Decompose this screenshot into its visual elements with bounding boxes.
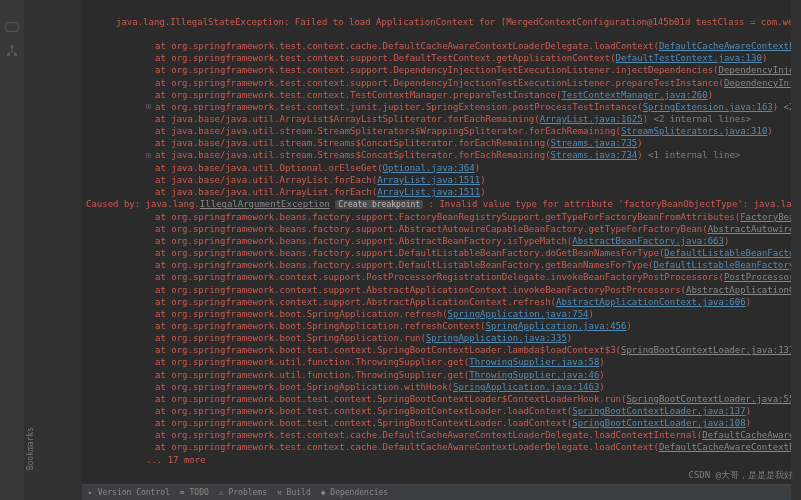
scrollbar-track[interactable] bbox=[791, 0, 801, 500]
stack-frame: at org.springframework.test.context.cach… bbox=[86, 40, 781, 52]
stack-frame: at org.springframework.beans.factory.sup… bbox=[86, 223, 781, 235]
source-link[interactable]: ArrayList.java:1625 bbox=[540, 114, 643, 124]
source-link[interactable]: DefaultListableBeanFactory.java:575 bbox=[664, 248, 791, 258]
stack-frame: at java.base/java.util.ArrayList.forEach… bbox=[86, 186, 781, 198]
source-link[interactable]: AbstractApplicationContext.java:606 bbox=[556, 297, 746, 307]
source-link[interactable]: SpringApplication.java:1463 bbox=[453, 382, 599, 392]
stack-frame: at java.base/java.util.Optional.orElseGe… bbox=[86, 162, 781, 174]
fold-icon[interactable]: ⊞ bbox=[146, 102, 155, 113]
caused-exception-link[interactable]: IllegalArgumentException bbox=[200, 199, 330, 209]
stack-frame: at org.springframework.test.context.cach… bbox=[86, 441, 781, 453]
stack-frame: at org.springframework.util.function.Thr… bbox=[86, 369, 781, 381]
svg-rect-0 bbox=[6, 23, 18, 32]
source-link[interactable]: ArrayList.java:1511 bbox=[377, 175, 480, 185]
svg-point-1 bbox=[10, 45, 14, 49]
structure-icon[interactable] bbox=[5, 44, 19, 58]
source-link[interactable]: ThrowingSupplier.java:46 bbox=[469, 370, 599, 380]
source-link[interactable]: DefaultCacheAwareContextLoaderDelegate.j… bbox=[659, 442, 791, 452]
stack-frame: ⊞at org.springframework.test.context.jun… bbox=[86, 101, 781, 113]
stack-frame: at org.springframework.beans.factory.sup… bbox=[86, 211, 781, 223]
source-link[interactable]: SpringBootContextLoader.java:553 bbox=[626, 394, 791, 404]
source-link[interactable]: Streams.java:734 bbox=[551, 150, 638, 160]
console-output[interactable]: java.lang.IllegalStateException: Failed … bbox=[82, 0, 791, 484]
stack-frame: at org.springframework.boot.test.context… bbox=[86, 393, 781, 405]
stack-frame: at org.springframework.boot.test.context… bbox=[86, 417, 781, 429]
source-link[interactable]: TestContextManager.java:260 bbox=[561, 90, 707, 100]
stack-frame: at org.springframework.test.context.supp… bbox=[86, 52, 781, 64]
source-link[interactable]: DefaultTestContext.java:130 bbox=[616, 53, 762, 63]
stack-frame: at org.springframework.boot.SpringApplic… bbox=[86, 332, 781, 344]
folded-lines[interactable]: <2 internal lines> bbox=[648, 114, 751, 124]
stack-frame: at org.springframework.boot.SpringApplic… bbox=[86, 381, 781, 393]
stack-frame: at org.springframework.beans.factory.sup… bbox=[86, 247, 781, 259]
source-link[interactable]: AbstractBeanFactory.java:663 bbox=[572, 236, 724, 246]
source-link[interactable]: DependencyInjectionTestExecutionListener… bbox=[719, 65, 791, 75]
stack-frame: at org.springframework.test.context.cach… bbox=[86, 429, 781, 441]
source-link[interactable]: SpringApplication.java:335 bbox=[426, 333, 567, 343]
folded-lines[interactable]: <2 internal lines> bbox=[778, 102, 791, 112]
build-tab[interactable]: ⚒ Build bbox=[277, 488, 311, 497]
source-link[interactable]: FactoryBeanRegistrySupport.java:86 bbox=[740, 212, 791, 222]
source-link[interactable]: AbstractAutowireCapableBeanFactory.java:… bbox=[708, 224, 791, 234]
stack-frame: at org.springframework.test.context.supp… bbox=[86, 77, 781, 89]
stack-frame: at java.base/java.util.stream.StreamSpli… bbox=[86, 125, 781, 137]
source-link[interactable]: Streams.java:735 bbox=[551, 138, 638, 148]
source-link[interactable]: StreamSpliterators.java:310 bbox=[621, 126, 767, 136]
dependencies-tab[interactable]: ◆ Dependencies bbox=[321, 488, 388, 497]
caused-by-line: Caused by: java.lang.IllegalArgumentExce… bbox=[86, 198, 781, 211]
stack-frame: at java.base/java.util.ArrayList$ArrayLi… bbox=[86, 113, 781, 125]
source-link[interactable]: SpringApplication.java:456 bbox=[486, 321, 627, 331]
source-link[interactable]: PostProcessorRegistrationDelegate.java:1… bbox=[724, 272, 791, 282]
console-panel: java.lang.IllegalStateException: Failed … bbox=[82, 0, 791, 500]
stack-frame: at org.springframework.test.context.supp… bbox=[86, 64, 781, 76]
more-frames: ... 17 more bbox=[86, 454, 781, 466]
stack-frame: at org.springframework.boot.test.context… bbox=[86, 405, 781, 417]
stack-frame: at org.springframework.beans.factory.sup… bbox=[86, 235, 781, 247]
source-link[interactable]: DefaultListableBeanFactory.java:534 bbox=[654, 260, 792, 270]
source-link[interactable]: ArrayList.java:1511 bbox=[377, 187, 480, 197]
stack-frame: at org.springframework.test.context.Test… bbox=[86, 89, 781, 101]
bookmarks-tab[interactable]: Bookmarks bbox=[26, 427, 35, 470]
status-bar: ▸ Version Control ≡ TODO ⚠ Problems ⚒ Bu… bbox=[82, 484, 791, 500]
stack-frame: at org.springframework.boot.test.context… bbox=[86, 344, 781, 356]
source-link[interactable]: DefaultCacheAwareContextLoaderDelegate.j… bbox=[702, 430, 791, 440]
tool-window-bar-left bbox=[0, 0, 24, 500]
exception-header: java.lang.IllegalStateException: Failed … bbox=[86, 16, 781, 28]
create-breakpoint-hint[interactable]: Create breakpoint bbox=[335, 200, 423, 209]
source-link[interactable]: SpringBootContextLoader.java:137 bbox=[621, 345, 791, 355]
stack-frame: at org.springframework.context.support.A… bbox=[86, 284, 781, 296]
stack-frame: at org.springframework.beans.factory.sup… bbox=[86, 259, 781, 271]
stack-frame: at org.springframework.util.function.Thr… bbox=[86, 356, 781, 368]
source-link[interactable]: AbstractApplicationContext.java:788 bbox=[686, 285, 791, 295]
stack-frame: at java.base/java.util.ArrayList.forEach… bbox=[86, 174, 781, 186]
stack-frame: at org.springframework.context.support.P… bbox=[86, 271, 781, 283]
fold-icon[interactable]: ⊞ bbox=[146, 151, 155, 162]
folded-lines[interactable]: <1 internal line> bbox=[643, 150, 741, 160]
stack-frame: at java.base/java.util.stream.Streams$Co… bbox=[86, 137, 781, 149]
stack-frame: at org.springframework.boot.SpringApplic… bbox=[86, 320, 781, 332]
source-link[interactable]: SpringExtension.java:163 bbox=[643, 102, 773, 112]
project-icon[interactable] bbox=[5, 20, 19, 34]
source-link[interactable]: SpringBootContextLoader.java:108 bbox=[572, 418, 745, 428]
source-link[interactable]: SpringBootContextLoader.java:137 bbox=[572, 406, 745, 416]
source-link[interactable]: Optional.java:364 bbox=[383, 163, 475, 173]
source-link[interactable]: SpringApplication.java:754 bbox=[448, 309, 589, 319]
stack-frame: ⊞at java.base/java.util.stream.Streams$C… bbox=[86, 149, 781, 161]
source-link[interactable]: DependencyInjectionTestExecutionListener… bbox=[724, 78, 791, 88]
vcs-tab[interactable]: ▸ Version Control bbox=[88, 488, 170, 497]
source-link[interactable]: ThrowingSupplier.java:58 bbox=[469, 357, 599, 367]
problems-tab[interactable]: ⚠ Problems bbox=[219, 488, 267, 497]
stack-frame: at org.springframework.context.support.A… bbox=[86, 296, 781, 308]
todo-tab[interactable]: ≡ TODO bbox=[180, 488, 209, 497]
tool-window-bar-secondary: Bookmarks bbox=[24, 0, 82, 500]
stack-frame: at org.springframework.boot.SpringApplic… bbox=[86, 308, 781, 320]
source-link[interactable]: DefaultCacheAwareContextLoaderDelegate.j… bbox=[659, 41, 791, 51]
